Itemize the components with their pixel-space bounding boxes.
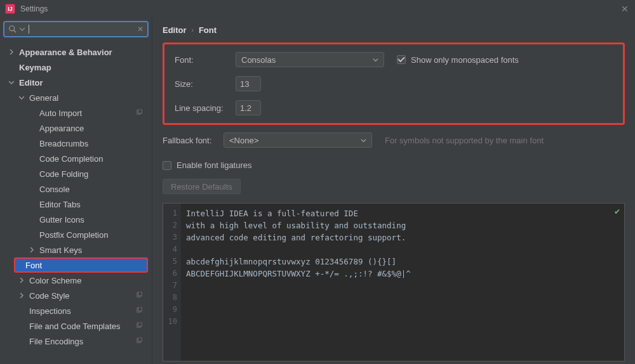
chevron-down-icon [361,136,366,145]
sidebar-item-label: File and Code Templates [29,322,121,331]
sidebar-item-label: Inspections [29,306,71,316]
sidebar-item-label: File Encodings [29,337,83,346]
preview-code: IntelliJ IDEA is a full-featured IDEwith… [181,204,624,361]
sidebar-item-label: Appearance & Behavior [19,48,112,57]
sidebar-item-color-scheme[interactable]: Color Scheme [0,273,152,288]
title-bar: IJ Settings ✕ [0,0,635,18]
sidebar-item-label: Auto Import [39,108,82,118]
breadcrumb-parent[interactable]: Editor [163,25,187,35]
sidebar-item-breadcrumbs[interactable]: Breadcrumbs [0,136,152,151]
font-label: Font: [175,55,236,65]
font-select-value: Consolas [241,55,276,65]
svg-rect-5 [138,292,142,296]
sidebar-item-console[interactable]: Console [0,181,152,197]
sidebar-item-general[interactable]: General [0,90,152,105]
content-pane: Editor › Font Font: Consolas Show only m… [152,18,635,364]
chevron-down-icon[interactable] [19,95,25,100]
sidebar-item-editor[interactable]: Editor [0,75,152,90]
font-select[interactable]: Consolas [236,52,384,67]
sidebar-item-file-encodings[interactable]: File Encodings [0,334,152,349]
size-label: Size: [175,79,236,89]
sidebar-item-gutter-icons[interactable]: Gutter Icons [0,212,152,227]
svg-rect-11 [138,337,142,341]
copy-icon[interactable] [136,291,143,301]
fallback-font-label: Fallback font: [163,136,224,145]
sidebar-item-editor-tabs[interactable]: Editor Tabs [0,197,152,212]
sidebar-item-label: General [29,93,58,103]
copy-icon[interactable] [136,337,143,346]
sidebar-item-keymap[interactable]: Keymap [0,60,152,75]
show-only-monospaced-label: Show only monospaced fonts [411,55,519,65]
sidebar-item-label: Breadcrumbs [39,139,88,148]
sidebar-item-code-completion[interactable]: Code Completion [0,151,152,166]
sidebar-item-label: Console [39,185,70,194]
breadcrumb-current: Font [199,25,217,35]
chevron-down-icon [20,27,25,32]
sidebar-item-smart-keys[interactable]: Smart Keys [0,242,152,257]
copy-icon[interactable] [136,322,143,331]
sidebar-item-label: Color Scheme [29,276,81,285]
chevron-down-icon [373,55,378,65]
enable-ligatures-checkbox[interactable] [163,161,171,170]
sidebar-item-label: Appearance [39,124,84,133]
preview-gutter: 12345678910 [163,204,181,361]
sidebar-item-label: Postfix Completion [39,230,108,240]
line-spacing-label: Line spacing: [175,103,236,113]
inspection-ok-icon: ✔ [614,207,620,216]
sidebar-item-code-folding[interactable]: Code Folding [0,166,152,181]
breadcrumb-separator: › [192,27,194,34]
copy-icon[interactable] [136,108,143,118]
chevron-down-icon[interactable] [9,80,15,85]
sidebar-item-inspections[interactable]: Inspections [0,303,152,318]
sidebar-item-label: Code Style [29,291,70,301]
line-spacing-input[interactable]: 1.2 [236,100,261,115]
clear-search-icon[interactable]: ✕ [137,25,144,34]
sidebar-item-label: Editor [19,78,43,88]
sidebar-item-label: Code Folding [39,169,88,179]
sidebar-item-font[interactable]: Font [14,257,148,273]
sidebar-item-postfix-completion[interactable]: Postfix Completion [0,227,152,242]
enable-ligatures-label: Enable font ligatures [177,160,252,170]
sidebar-item-appearance[interactable]: Appearance [0,120,152,136]
app-icon: IJ [5,4,15,14]
show-only-monospaced-checkbox[interactable] [397,55,406,64]
font-settings-group: Font: Consolas Show only monospaced font… [163,42,625,125]
svg-point-0 [10,26,15,31]
chevron-right-icon[interactable] [9,49,15,55]
sidebar-item-appearance-behavior[interactable]: Appearance & Behavior [0,44,152,60]
window-title: Settings [20,4,48,13]
close-icon[interactable]: ✕ [621,4,629,14]
svg-rect-7 [138,307,142,311]
size-input[interactable]: 13 [236,76,261,91]
restore-defaults-button[interactable]: Restore Defaults [163,179,241,194]
chevron-right-icon[interactable] [19,293,25,298]
text-cursor [29,25,29,34]
fallback-font-select[interactable]: <None> [224,133,372,148]
search-icon [8,25,17,34]
search-input[interactable]: ✕ [4,22,148,37]
fallback-font-hint: For symbols not supported by the main fo… [385,136,544,145]
font-preview: 12345678910 IntelliJ IDEA is a full-feat… [163,203,625,361]
sidebar-item-label: Font [25,261,42,270]
sidebar-item-label: Code Completion [39,154,103,164]
chevron-right-icon[interactable] [19,278,25,283]
settings-tree: Appearance & BehaviorKeymapEditorGeneral… [0,42,152,364]
sidebar-item-label: Gutter Icons [39,215,84,224]
svg-line-1 [14,30,17,33]
sidebar-item-label: Smart Keys [39,245,82,255]
sidebar-item-file-and-code-templates[interactable]: File and Code Templates [0,318,152,334]
svg-rect-9 [138,322,142,326]
sidebar-item-label: Editor Tabs [39,200,81,209]
sidebar-item-auto-import[interactable]: Auto Import [0,105,152,120]
chevron-right-icon[interactable] [29,247,36,252]
fallback-font-value: <None> [229,136,258,145]
breadcrumb: Editor › Font [163,23,625,42]
sidebar-item-label: Keymap [19,63,51,72]
svg-rect-3 [138,109,142,113]
sidebar-item-code-style[interactable]: Code Style [0,288,152,303]
sidebar: ✕ Appearance & BehaviorKeymapEditorGener… [0,18,152,364]
copy-icon[interactable] [136,306,143,316]
